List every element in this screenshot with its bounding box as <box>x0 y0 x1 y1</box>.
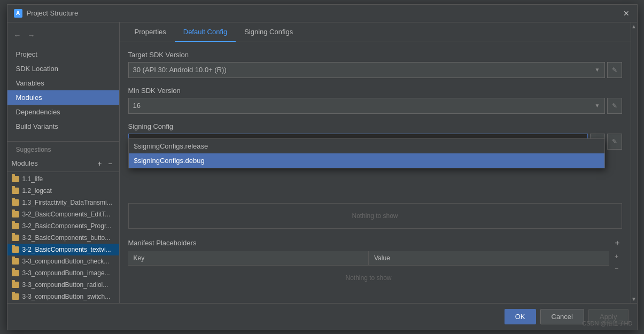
manifest-placeholders-section: Manifest Placeholders + Key Value Nothin… <box>128 237 622 290</box>
cancel-button[interactable]: Cancel <box>540 309 584 324</box>
folder-icon <box>12 223 19 229</box>
title-bar: A Project Structure ✕ <box>7 5 637 22</box>
tabs-bar: Properties Default Config Signing Config… <box>120 22 631 42</box>
manifest-header-row: Manifest Placeholders + <box>128 237 622 249</box>
list-item[interactable]: 3-3_compoundButton_radiol... <box>7 279 119 291</box>
back-button[interactable]: ← <box>12 30 24 41</box>
content-area: Properties Default Config Signing Config… <box>120 22 631 303</box>
col-header-value: Value <box>369 251 609 265</box>
signing-option-release[interactable]: $signingConfigs.release <box>129 139 604 153</box>
signing-option-debug[interactable]: $signingConfigs.debug <box>129 153 604 168</box>
signing-config-edit-button[interactable]: ✎ <box>607 134 622 150</box>
manifest-table: Key Value Nothing to show <box>128 251 609 290</box>
remove-module-button[interactable]: − <box>106 159 114 168</box>
list-item[interactable]: 3-2_BasicComponents_textvi... <box>7 244 119 255</box>
table-add-button[interactable]: + <box>611 251 622 262</box>
signing-nothing-label: Nothing to show <box>129 204 622 228</box>
table-col-headers: Key Value <box>128 251 609 266</box>
modules-controls: + − <box>95 159 114 168</box>
signing-config-group: Signing Config ▼ ✎ $signingConfigs. <box>128 122 622 229</box>
table-remove-button[interactable]: − <box>611 263 622 274</box>
sidebar-item-variables[interactable]: Variables <box>7 76 119 90</box>
list-item[interactable]: 3-3_compoundButton_switch... <box>7 291 119 302</box>
folder-icon <box>12 176 19 182</box>
manifest-nothing-label: Nothing to show <box>337 266 400 290</box>
target-sdk-row: 30 (API 30: Android 10.0+ (R)) ▼ ✎ <box>128 62 622 78</box>
list-item[interactable]: 3-3_compoundButton_check... <box>7 255 119 267</box>
folder-icon <box>12 258 19 265</box>
dialog-body: ← → Project SDK Location Variables Modul… <box>7 22 637 303</box>
signing-config-label: Signing Config <box>128 122 622 130</box>
chevron-down-icon: ▼ <box>595 103 600 108</box>
pencil-icon: ✎ <box>612 102 617 110</box>
target-sdk-label: Target SDK Version <box>128 51 622 59</box>
forward-button[interactable]: → <box>26 30 37 41</box>
table-with-side: Key Value Nothing to show + − <box>128 251 622 290</box>
min-sdk-label: Min SDK Version <box>128 87 622 95</box>
sidebar-nav: ← → Project SDK Location Variables Modul… <box>7 22 119 142</box>
content-panel: Target SDK Version 30 (API 30: Android 1… <box>120 42 631 303</box>
signing-nothing-area: Nothing to show <box>128 203 622 229</box>
dialog-title: Project Structure <box>27 9 79 17</box>
watermark: CSDN @悟道子HD <box>582 320 632 328</box>
list-item[interactable]: 3-2_BasicComponents_butto... <box>7 232 119 244</box>
suggestions-label: Suggestions <box>7 142 119 156</box>
scroll-up-icon[interactable]: ▲ <box>630 22 637 30</box>
sidebar-items: Project SDK Location Variables Modules D… <box>7 45 119 136</box>
dialog-footer: OK Cancel Apply <box>7 303 637 330</box>
list-item[interactable]: 1.3_Firstactivity_DataTransmi... <box>7 197 119 208</box>
tab-default-config[interactable]: Default Config <box>175 22 236 42</box>
target-sdk-dropdown[interactable]: 30 (API 30: Android 10.0+ (R)) ▼ <box>128 62 605 78</box>
sidebar-item-dependencies[interactable]: Dependencies <box>7 105 119 119</box>
list-item[interactable]: 3-2_BasicComponents_Progr... <box>7 220 119 232</box>
min-sdk-dropdown[interactable]: 16 ▼ <box>128 98 605 114</box>
add-placeholder-button[interactable]: + <box>612 237 622 249</box>
signing-config-dropdown-popup: $signingConfigs.release $signingConfigs.… <box>128 138 605 168</box>
table-side-buttons: + − <box>611 251 622 274</box>
folder-icon <box>12 235 19 241</box>
list-item[interactable]: 3-3_compoundButton_image... <box>7 267 119 279</box>
list-item[interactable]: 1.2_logcat <box>7 185 119 197</box>
manifest-placeholders-label: Manifest Placeholders <box>128 239 197 247</box>
modules-header: Modules + − <box>7 156 119 172</box>
folder-icon <box>12 199 19 206</box>
project-structure-dialog: A Project Structure ✕ ← → Project SDK Lo <box>7 4 638 330</box>
sidebar-item-modules[interactable]: Modules <box>7 90 119 105</box>
sidebar-item-project[interactable]: Project <box>7 47 119 61</box>
right-scrollbar: ▲ ▼ <box>631 22 637 303</box>
sidebar: ← → Project SDK Location Variables Modul… <box>7 22 120 303</box>
target-sdk-group: Target SDK Version 30 (API 30: Android 1… <box>128 51 622 78</box>
col-header-key: Key <box>128 251 369 265</box>
tab-properties[interactable]: Properties <box>126 22 175 42</box>
app-icon: A <box>14 9 22 18</box>
nav-controls: ← → <box>7 28 119 45</box>
folder-icon <box>12 282 19 288</box>
title-bar-left: A Project Structure <box>14 9 79 18</box>
chevron-down-icon: ▼ <box>595 67 600 73</box>
pencil-icon: ✎ <box>612 66 617 74</box>
min-sdk-group: Min SDK Version 16 ▼ ✎ <box>128 87 622 114</box>
close-button[interactable]: ✕ <box>622 9 631 18</box>
modules-title: Modules <box>12 159 38 167</box>
pencil-icon: ✎ <box>612 138 617 145</box>
folder-icon <box>12 246 19 253</box>
sidebar-item-build-variants[interactable]: Build Variants <box>7 119 119 134</box>
folder-icon <box>12 211 19 218</box>
folder-icon <box>12 270 19 276</box>
sidebar-item-sdk-location[interactable]: SDK Location <box>7 61 119 76</box>
list-item[interactable]: 1.1_life <box>7 173 119 185</box>
tab-signing-configs[interactable]: Signing Configs <box>236 22 301 42</box>
min-sdk-row: 16 ▼ ✎ <box>128 98 622 114</box>
manifest-table-body: Nothing to show <box>128 266 609 290</box>
scroll-down-icon[interactable]: ▼ <box>630 295 637 303</box>
min-sdk-edit-button[interactable]: ✎ <box>607 98 622 114</box>
folder-icon <box>12 293 19 300</box>
list-item[interactable]: 3-2_BasicComponents_EditT... <box>7 208 119 220</box>
ok-button[interactable]: OK <box>505 309 536 324</box>
folder-icon <box>12 188 19 194</box>
target-sdk-edit-button[interactable]: ✎ <box>607 62 622 78</box>
add-module-button[interactable]: + <box>95 159 104 168</box>
modules-list: 1.1_life 1.2_logcat 1.3_Firstactivity_Da… <box>7 172 119 303</box>
